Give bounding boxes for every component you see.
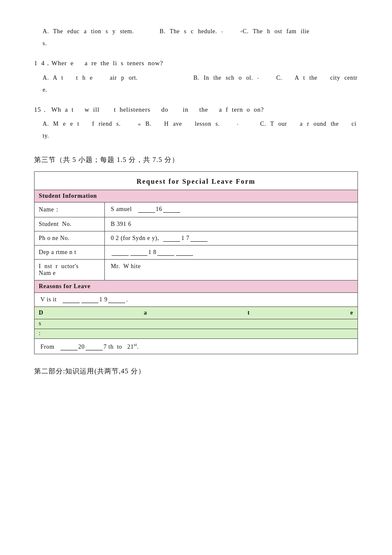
dates-header-e: e bbox=[350, 309, 353, 316]
blank-17b bbox=[190, 241, 208, 242]
special-leave-form: Request for Special Leave Form Student I… bbox=[34, 171, 358, 354]
form-label-instructor: I nst r uctor'sNam e bbox=[35, 260, 105, 280]
q14-option-b-dot: ◦ bbox=[257, 75, 259, 80]
question-15-options: A. M e e t f riend s. ∞ B. H ave lesson … bbox=[34, 118, 358, 142]
form-label-name: Name： bbox=[35, 202, 105, 217]
blank-17a bbox=[163, 241, 180, 242]
form-title: Request for Special Leave Form bbox=[35, 172, 357, 190]
blank-16 bbox=[138, 212, 155, 213]
q14-option-c-cont: e. bbox=[43, 87, 47, 93]
q15-option-a-text: M e e t f riend s. bbox=[53, 121, 121, 127]
dates-colon: : bbox=[39, 330, 40, 336]
q14-option-a-label: A. bbox=[43, 75, 49, 81]
student-info-header: Student Information bbox=[35, 190, 357, 202]
q13-option-a-text: The educ a tion s y stem. bbox=[53, 28, 134, 35]
blank-19a bbox=[63, 303, 80, 303]
q14-option-c-label: C. bbox=[276, 75, 282, 81]
question-15-text: 15． Wh a t w ill t helisteners do in the… bbox=[34, 104, 358, 116]
form-row-dept: Dep a rtme n t 1 8 bbox=[35, 246, 357, 260]
blank-18b bbox=[130, 255, 147, 256]
form-value-name: S amuel 16 bbox=[105, 202, 357, 217]
question-14-options-cont: e. bbox=[34, 84, 358, 96]
q15-option-a-dot: ∞ bbox=[138, 122, 141, 127]
form-value-phone: 0 2 (for Sydn e y), 1 7 bbox=[105, 231, 357, 245]
blank-19b bbox=[81, 303, 98, 303]
question-14-text: 1 4．Wher e a re the li s teners now? bbox=[34, 57, 358, 69]
dates-header-a: a bbox=[144, 309, 147, 316]
reasons-header: Reasons for Leave bbox=[35, 280, 357, 293]
blank-18d bbox=[176, 255, 193, 256]
blank-20b bbox=[86, 350, 103, 350]
question-13-block: A. The educ a tion s y stem. B. The s c … bbox=[34, 26, 358, 49]
q14-option-b-label: B. bbox=[193, 75, 199, 81]
q14-option-a-text: A t t h e air p ort. bbox=[53, 75, 138, 81]
form-row-name: Name： S amuel 16 bbox=[35, 202, 357, 217]
form-row-phone: Ph o ne No. 0 2 (for Sydn e y), 1 7 bbox=[35, 231, 357, 246]
part2-title: 第二部分:知识运用(共两节,45 分） bbox=[34, 367, 358, 376]
dates-header: D a t e bbox=[35, 307, 357, 319]
blank-18a bbox=[112, 255, 129, 256]
q15-option-b-dot: ◦ bbox=[237, 122, 239, 127]
dates-subheader-row: s bbox=[35, 319, 357, 329]
dates-header-d: D bbox=[39, 309, 43, 316]
question-13-options-cont: s. bbox=[34, 38, 358, 49]
question-14-options: A. A t t h e air p ort. B. In the sch o … bbox=[34, 72, 358, 84]
q15-option-b-text: H ave lesson s. bbox=[156, 121, 220, 127]
q13-option-b-text: The s c hedule. bbox=[170, 28, 217, 35]
dates-colon-row: : bbox=[35, 329, 357, 339]
q15-option-b-label: B. bbox=[145, 121, 151, 127]
question-14-block: 1 4．Wher e a re the li s teners now? A. … bbox=[34, 57, 358, 96]
reasons-text: V is it 1 9. bbox=[35, 293, 357, 307]
q13-option-c-cont: s. bbox=[43, 40, 47, 46]
form-label-student-no: Student No. bbox=[35, 217, 105, 231]
q13-option-c-label: ◦C. bbox=[240, 28, 248, 35]
form-row-instructor: I nst r uctor'sNam e Mr. W hite bbox=[35, 260, 357, 280]
q15-option-c-label: C. bbox=[260, 121, 266, 127]
question-15-block: 15． Wh a t w ill t helisteners do in the… bbox=[34, 104, 358, 142]
dates-subheader-s: s bbox=[39, 320, 41, 327]
form-value-instructor: Mr. W hite bbox=[105, 260, 357, 280]
q14-option-c-text: A t the city centr bbox=[286, 75, 357, 81]
dates-text-row: From 207 th to 21st. bbox=[35, 339, 357, 354]
blank-18c bbox=[157, 255, 174, 256]
blank-19c bbox=[108, 303, 125, 303]
q13-option-c-text: The h ost fam ilie bbox=[253, 28, 309, 35]
section3-title: 第三节（共 5 小题；每题 1.5 分，共 7.5 分） bbox=[34, 156, 358, 165]
q13-option-a-label: A. bbox=[43, 28, 49, 35]
blank-20a bbox=[61, 350, 78, 350]
form-label-phone: Ph o ne No. bbox=[35, 231, 105, 245]
form-row-student-no: Student No. B 391 6 bbox=[35, 217, 357, 231]
q14-option-b-text: In the sch o ol. bbox=[204, 75, 253, 81]
q15-option-a-label: A. bbox=[43, 121, 49, 127]
question-13-options: A. The educ a tion s y stem. B. The s c … bbox=[34, 26, 358, 38]
q13-option-b-dot: ◦ bbox=[222, 29, 223, 34]
form-value-student-no: B 391 6 bbox=[105, 217, 357, 231]
form-value-dept: 1 8 bbox=[105, 246, 357, 259]
q13-option-b-label: B. bbox=[160, 28, 166, 35]
form-label-dept: Dep a rtme n t bbox=[35, 246, 105, 259]
dates-header-t: t bbox=[248, 309, 250, 316]
blank-16-end bbox=[163, 212, 180, 213]
